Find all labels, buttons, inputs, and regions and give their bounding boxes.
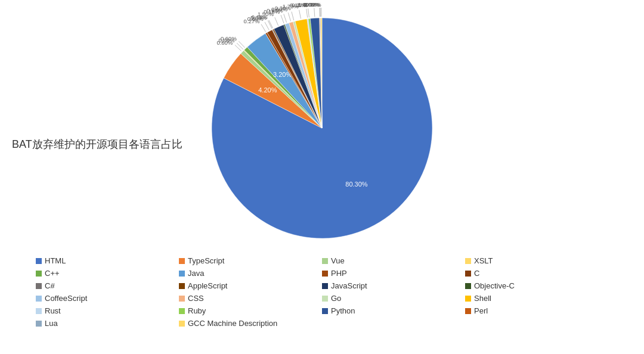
- legend-label-18: Python: [331, 306, 355, 315]
- legend-color-7: [465, 271, 471, 277]
- legend-item-xslt: XSLT: [465, 256, 608, 265]
- legend-item-ruby: Ruby: [179, 306, 322, 315]
- legend-item-c: C: [465, 269, 608, 278]
- legend-label-11: Objective-C: [474, 281, 515, 290]
- legend-color-16: [36, 308, 42, 314]
- legend-color-6: [322, 271, 328, 277]
- legend-label-1: TypeScript: [188, 256, 224, 265]
- legend-label-9: AppleScript: [188, 281, 227, 290]
- legend-color-14: [322, 296, 328, 302]
- legend-label-5: Java: [188, 269, 204, 278]
- legend-color-17: [179, 308, 185, 314]
- label-line-12: [284, 14, 287, 22]
- slice-label-0: 80.30%: [345, 181, 368, 188]
- legend-color-13: [179, 296, 185, 302]
- legend-color-1: [179, 258, 185, 264]
- legend-color-0: [36, 258, 42, 264]
- legend-color-5: [179, 271, 185, 277]
- legend-item-applescript: AppleScript: [179, 281, 322, 290]
- legend-label-4: C++: [45, 269, 60, 278]
- legend-label-7: C: [474, 269, 479, 278]
- ext-label-21: 0.18%: [305, 1, 321, 8]
- legend-color-20: [36, 321, 42, 327]
- legend-item-coffeescript: CoffeeScript: [36, 294, 179, 303]
- legend-item-javascript: JavaScript: [322, 281, 465, 290]
- legend-item-perl: Perl: [465, 306, 608, 315]
- label-line-17: [308, 8, 309, 17]
- legend-item-php: PHP: [322, 269, 465, 278]
- legend-color-18: [322, 308, 328, 314]
- legend-container: HTMLTypeScriptVueXSLTC++JavaPHPCC#AppleS…: [36, 256, 620, 328]
- legend-item-c#: C#: [36, 281, 179, 290]
- legend-item-python: Python: [322, 306, 465, 315]
- label-line-3: [237, 43, 243, 49]
- legend-color-4: [36, 271, 42, 277]
- label-line-16: [306, 9, 308, 18]
- label-line-7: [265, 22, 269, 30]
- label-line-15: [299, 10, 301, 19]
- legend-label-0: HTML: [45, 256, 66, 265]
- legend-label-3: XSLT: [474, 256, 493, 265]
- legend-label-13: CSS: [188, 294, 204, 303]
- label-line-6: [261, 24, 266, 32]
- legend-label-20: Lua: [45, 319, 58, 328]
- legend-item-rust: Rust: [36, 306, 179, 315]
- label-line-10: [275, 17, 278, 26]
- label-line-13: [288, 13, 290, 21]
- legend-label-2: Vue: [331, 256, 345, 265]
- legend-label-19: Perl: [474, 306, 488, 315]
- legend-item-gcc-machine-description: GCC Machine Description: [179, 319, 322, 328]
- legend-color-10: [322, 283, 328, 289]
- legend-item-java: Java: [179, 269, 322, 278]
- legend-item-go: Go: [322, 294, 465, 303]
- legend-color-15: [465, 296, 471, 302]
- legend-item-html: HTML: [36, 256, 179, 265]
- legend-label-14: Go: [331, 294, 341, 303]
- legend-label-16: Rust: [45, 306, 61, 315]
- legend-color-12: [36, 296, 42, 302]
- legend-item-vue: Vue: [322, 256, 465, 265]
- legend-label-15: Shell: [474, 294, 491, 303]
- label-line-4: [239, 41, 244, 48]
- label-line-14: [292, 12, 294, 21]
- legend-label-6: PHP: [331, 269, 347, 278]
- legend-color-3: [465, 258, 471, 264]
- legend-label-10: JavaScript: [331, 281, 367, 290]
- label-line-2: [235, 45, 242, 51]
- legend-item-lua: Lua: [36, 319, 179, 328]
- pie-chart: 80.30%4.20%0.60%0.09%0.60%3.20%0.27%0.80…: [107, 0, 537, 250]
- legend-label-8: C#: [45, 281, 55, 290]
- legend-color-21: [179, 321, 185, 327]
- legend-item-shell: Shell: [465, 294, 608, 303]
- legend-color-11: [465, 283, 471, 289]
- slice-label-1: 4.20%: [258, 86, 277, 94]
- legend-color-19: [465, 308, 471, 314]
- legend-color-9: [179, 283, 185, 289]
- label-line-18: [314, 8, 315, 17]
- legend-label-17: Ruby: [188, 306, 206, 315]
- legend-item-css: CSS: [179, 294, 322, 303]
- legend-item-typescript: TypeScript: [179, 256, 322, 265]
- legend-item-objective-c: Objective-C: [465, 281, 608, 290]
- legend-item-c++: C++: [36, 269, 179, 278]
- legend-label-21: GCC Machine Description: [188, 319, 277, 328]
- legend-label-12: CoffeeScript: [45, 294, 87, 303]
- legend-color-2: [322, 258, 328, 264]
- label-line-11: [281, 15, 284, 23]
- legend-color-8: [36, 283, 42, 289]
- ext-label-4: 0.60%: [221, 35, 237, 42]
- chart-container: BAT放弃维护的开源项目各语言占比 80.30%4.20%0.60%0.09%0…: [0, 0, 644, 250]
